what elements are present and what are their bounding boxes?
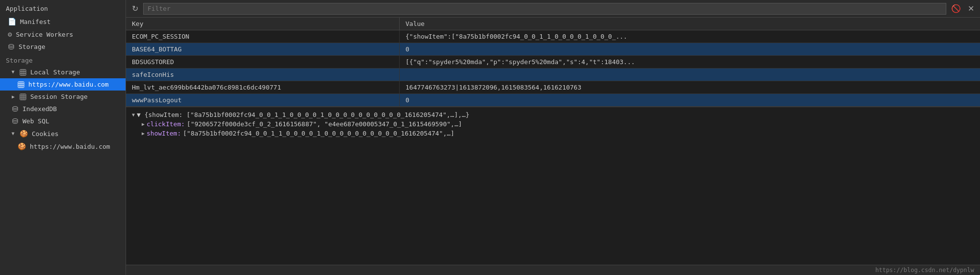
row-key: Hm_lvt_aec699bb6442ba076c8981c6dc490771 xyxy=(126,81,400,93)
row-key: safeIconHis xyxy=(126,69,400,81)
svg-point-0 xyxy=(9,44,14,46)
detail-child-row[interactable]: ▶ clickItem: ["9206572f000de3cf_0_2_1616… xyxy=(132,119,974,129)
row-value: 0 xyxy=(400,94,980,106)
sidebar-item-label: https://www.baidu.com xyxy=(28,81,108,88)
detail-main-value: ▼ {showItem: ["8a75b1bf0002fc94_0_0_1_1_… xyxy=(137,111,469,118)
document-icon: 📄 xyxy=(8,18,16,25)
expand-arrow-icon[interactable]: ▶ xyxy=(142,120,145,127)
row-value: {"showItem":["8a75b1bf0002fc94_0_0_1_1_0… xyxy=(400,30,980,43)
row-value xyxy=(400,69,980,81)
detail-main-row[interactable]: ▼ ▼ {showItem: ["8a75b1bf0002fc94_0_0_1_… xyxy=(132,110,974,119)
table-row[interactable]: Hm_lvt_aec699bb6442ba076c8981c6dc490771 … xyxy=(126,81,980,94)
sidebar-item-label: IndexedDB xyxy=(22,105,57,113)
sidebar-item-session-storage[interactable]: ▶ Session Storage xyxy=(0,91,126,103)
svg-rect-11 xyxy=(20,94,26,100)
key-header: Key xyxy=(126,18,400,30)
sidebar-item-label: Cookies xyxy=(32,130,59,138)
value-header: Value xyxy=(400,18,980,30)
storage-section-label: Storage xyxy=(0,53,126,66)
database-icon xyxy=(12,118,19,125)
sidebar-item-label: Local Storage xyxy=(30,69,80,76)
svg-rect-6 xyxy=(18,82,24,88)
table-row[interactable]: BDSUGSTORED [{"q":"spyder5%20mda","p":"s… xyxy=(126,56,980,69)
storage-table: Key Value ECOM_PC_SESSION {"showItem":["… xyxy=(126,18,980,265)
expand-arrow-icon: ▶ xyxy=(12,94,15,99)
sidebar-item-label: https://www.baidu.com xyxy=(30,143,110,150)
row-value: [{"q":"spyder5%20mda","p":"spyder5%20mda… xyxy=(400,56,980,68)
footer-url: https://blog.csdn.net/dypnlw xyxy=(875,267,974,274)
sidebar-item-cookies[interactable]: ▶ 🍪 Cookies xyxy=(0,127,126,140)
refresh-button[interactable]: ↻ xyxy=(130,3,140,14)
expand-arrow-icon[interactable]: ▼ xyxy=(132,111,135,117)
table-icon xyxy=(18,81,24,88)
detail-child-value: ["8a75b1bf0002fc94_0_0_1_1_0_0_0_0_1_0_0… xyxy=(183,130,454,137)
sidebar-item-web-sql[interactable]: Web SQL xyxy=(0,115,126,127)
sidebar-item-label: Service Workers xyxy=(16,31,73,38)
sidebar-item-local-storage-baidu[interactable]: https://www.baidu.com xyxy=(0,78,126,91)
footer: https://blog.csdn.net/dypnlw xyxy=(126,265,980,275)
database-icon xyxy=(8,44,15,50)
row-key: ECOM_PC_SESSION xyxy=(126,30,400,43)
sidebar-item-local-storage[interactable]: ▶ Local Storage xyxy=(0,66,126,78)
table-header: Key Value xyxy=(126,18,980,30)
database-icon xyxy=(12,106,19,113)
svg-rect-1 xyxy=(20,69,26,75)
main-panel: ↻ 🚫 ✕ Key Value ECOM_PC_SESSION {"showIt… xyxy=(126,0,980,275)
table-row[interactable]: wwwPassLogout 0 xyxy=(126,94,980,107)
svg-point-16 xyxy=(13,106,18,108)
clear-button[interactable]: 🚫 xyxy=(949,3,963,14)
sidebar-item-service-workers[interactable]: ⚙ Service Workers xyxy=(0,28,126,41)
cookie-icon: 🍪 xyxy=(18,142,26,150)
detail-panel: ▼ ▼ {showItem: ["8a75b1bf0002fc94_0_0_1_… xyxy=(126,107,980,141)
table-icon xyxy=(20,69,26,76)
close-icon: ✕ xyxy=(968,4,974,13)
cookie-icon: 🍪 xyxy=(20,130,28,138)
detail-child-key: showItem: xyxy=(147,130,181,137)
close-button[interactable]: ✕ xyxy=(966,3,976,14)
detail-child-row[interactable]: ▶ showItem: ["8a75b1bf0002fc94_0_0_1_1_0… xyxy=(132,129,974,138)
row-value: 1647746763273|1613872096,1615083564,1616… xyxy=(400,81,980,93)
sidebar-item-storage[interactable]: Storage xyxy=(0,41,126,53)
row-value: 0 xyxy=(400,43,980,55)
sidebar-item-label: Web SQL xyxy=(22,117,49,125)
sidebar-item-label: Storage xyxy=(19,43,45,50)
toolbar: ↻ 🚫 ✕ xyxy=(126,0,980,18)
table-row[interactable]: BASE64_BOTTAG 0 xyxy=(126,43,980,56)
app-section-title: Application xyxy=(0,0,126,15)
filter-input[interactable] xyxy=(143,3,946,15)
sidebar: Application 📄 Manifest ⚙ Service Workers… xyxy=(0,0,126,275)
gear-icon: ⚙ xyxy=(8,30,12,38)
clear-icon: 🚫 xyxy=(951,4,961,13)
expand-arrow-icon: ▶ xyxy=(11,132,16,135)
table-row[interactable]: ECOM_PC_SESSION {"showItem":["8a75b1bf00… xyxy=(126,30,980,43)
row-key: BASE64_BOTTAG xyxy=(126,43,400,55)
table-icon xyxy=(20,93,26,100)
sidebar-item-label: Manifest xyxy=(20,18,51,25)
svg-point-17 xyxy=(13,118,18,120)
expand-arrow-icon[interactable]: ▶ xyxy=(142,130,145,136)
row-key: BDSUGSTORED xyxy=(126,56,400,68)
detail-child-value: ["9206572f000de3cf_0_2_1616156887", "e4e… xyxy=(187,120,462,128)
sidebar-item-manifest[interactable]: 📄 Manifest xyxy=(0,15,126,28)
sidebar-item-indexeddb[interactable]: IndexedDB xyxy=(0,103,126,115)
detail-child-key: clickItem: xyxy=(147,120,185,128)
expand-arrow-icon: ▶ xyxy=(11,70,16,73)
table-row[interactable]: safeIconHis xyxy=(126,69,980,81)
row-key: wwwPassLogout xyxy=(126,94,400,106)
sidebar-item-cookies-baidu[interactable]: 🍪 https://www.baidu.com xyxy=(0,140,126,153)
sidebar-item-label: Session Storage xyxy=(30,93,87,100)
refresh-icon: ↻ xyxy=(132,4,138,13)
